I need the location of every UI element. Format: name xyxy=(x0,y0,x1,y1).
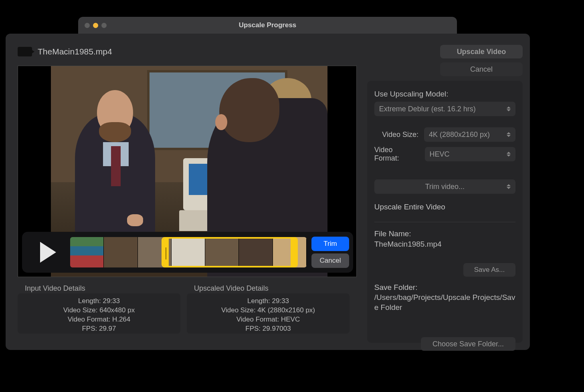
input-details-title: Input Video Details xyxy=(25,284,180,293)
video-size-select[interactable]: 4K (2880x2160 px) xyxy=(424,127,515,142)
output-details-box: Upscaled Video Details Length: 29:33 Vid… xyxy=(187,280,350,334)
filename-value: TheMacin1985.mp4 xyxy=(374,240,515,249)
details-row: Input Video Details Length: 29:33 Video … xyxy=(18,280,360,334)
filmstrip-thumb xyxy=(70,237,104,267)
sheet-title: Upscale Progress xyxy=(78,21,457,29)
trim-toolbar: Trim Cancel xyxy=(22,232,353,273)
model-select-value: Extreme Deblur (est. 16.2 hrs) xyxy=(379,105,476,113)
save-as-button[interactable]: Save As... xyxy=(463,263,515,277)
trim-selection[interactable] xyxy=(162,237,298,267)
video-format-row: Video Format: HEVC xyxy=(374,146,515,163)
trim-video-button[interactable]: Trim video... xyxy=(374,179,515,194)
settings-panel: Use Upscaling Model: Extreme Deblur (est… xyxy=(367,81,523,343)
divider xyxy=(374,222,515,222)
file-header: TheMacin1985.mp4 xyxy=(18,45,360,58)
output-size: Video Size: 4K (2880x2160 px) xyxy=(190,306,346,315)
right-column: Upscale Video Cancel Use Upscaling Model… xyxy=(367,45,523,343)
output-details-body: Length: 29:33 Video Size: 4K (2880x2160 … xyxy=(187,293,350,334)
video-preview: Trim Cancel xyxy=(18,66,357,277)
input-length: Length: 29:33 xyxy=(21,297,177,306)
input-fps: FPS: 29.97 xyxy=(21,324,177,334)
output-length: Length: 29:33 xyxy=(190,297,346,306)
filename-label: File Name: xyxy=(374,229,515,238)
video-format-select[interactable]: HEVC xyxy=(425,147,515,161)
save-folder-value: /Users/bag/Projects/Upscale Projects/Sav… xyxy=(374,293,515,312)
save-folder-label: Save Folder: xyxy=(374,283,515,292)
play-icon xyxy=(40,242,56,263)
upscale-scope-label: Upscale Entire Video xyxy=(374,203,515,211)
output-fps: FPS: 29.97003 xyxy=(190,324,346,334)
input-details-box: Input Video Details Length: 29:33 Video … xyxy=(18,280,180,334)
video-size-value: 4K (2880x2160 px) xyxy=(429,131,490,139)
video-format-label: Video Format: xyxy=(374,146,419,163)
current-file-name: TheMacin1985.mp4 xyxy=(38,47,112,56)
chevron-updown-icon xyxy=(507,132,511,137)
trim-confirm-button[interactable]: Trim xyxy=(311,237,349,251)
filmstrip[interactable] xyxy=(70,237,307,267)
input-format: Video Format: H.264 xyxy=(21,315,177,324)
chevron-updown-icon xyxy=(507,107,511,111)
trim-video-label: Trim video... xyxy=(425,183,465,191)
upscale-video-button[interactable]: Upscale Video xyxy=(440,45,523,58)
trim-buttons: Trim Cancel xyxy=(311,237,349,268)
play-button[interactable] xyxy=(26,236,70,268)
video-size-label: Video Size: xyxy=(382,131,418,139)
video-file-icon xyxy=(18,47,32,56)
input-details-body: Length: 29:33 Video Size: 640x480 px Vid… xyxy=(18,293,180,334)
chevron-updown-icon xyxy=(507,184,511,189)
output-details-title: Upscaled Video Details xyxy=(194,284,350,293)
right-header-buttons: Upscale Video Cancel xyxy=(367,45,523,76)
trim-cancel-button[interactable]: Cancel xyxy=(311,253,349,268)
chevron-updown-icon xyxy=(507,152,511,157)
model-label: Use Upscaling Model: xyxy=(374,90,515,99)
output-format: Video Format: HEVC xyxy=(190,315,346,324)
input-size: Video Size: 640x480 px xyxy=(21,306,177,315)
choose-save-folder-button[interactable]: Choose Save Folder... xyxy=(421,337,515,351)
left-column: TheMacin1985.mp4 xyxy=(18,45,360,343)
cancel-button[interactable]: Cancel xyxy=(440,62,523,76)
model-select[interactable]: Extreme Deblur (est. 16.2 hrs) xyxy=(374,102,515,116)
video-size-row: Video Size: 4K (2880x2160 px) xyxy=(374,127,515,142)
main-window: TheMacin1985.mp4 xyxy=(6,34,530,350)
sheet-titlebar: Upscale Progress xyxy=(78,17,457,34)
video-format-value: HEVC xyxy=(430,150,450,159)
filmstrip-thumb xyxy=(104,237,137,267)
